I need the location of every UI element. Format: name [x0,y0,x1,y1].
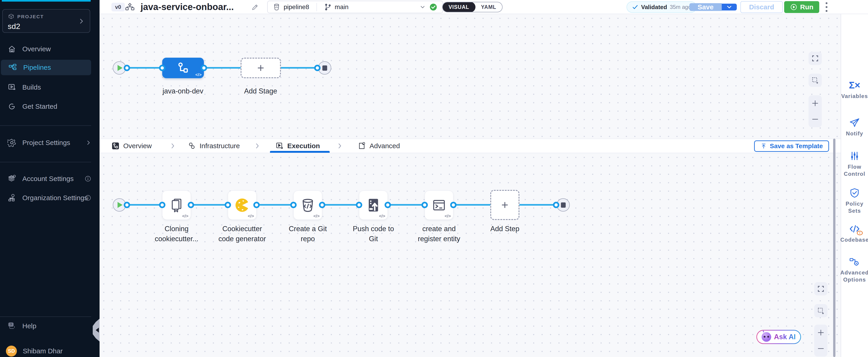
user-menu[interactable]: SD Shibam Dhar [0,343,99,357]
pipelines-icon [8,63,17,72]
info-icon[interactable] [85,195,91,201]
tab-advanced[interactable]: Advanced [358,139,400,153]
connector-port[interactable] [553,202,559,208]
step-cloning-cookiecutter[interactable]: </> [162,190,191,220]
sidebar-item-project-settings[interactable]: Project Settings [0,135,99,150]
connector-port[interactable] [188,202,194,208]
connector-port[interactable] [124,202,130,208]
sidebar-item-builds[interactable]: Builds [0,80,99,95]
connector-port[interactable] [356,202,362,208]
tab-overview[interactable]: Overview [112,139,152,153]
marquee-select-button[interactable] [809,73,822,87]
policy-shield-check-icon [849,187,860,198]
connector-port[interactable] [290,202,297,208]
step-push-code-to-git[interactable]: </> [359,190,388,220]
svg-text:?: ? [10,323,12,326]
info-icon[interactable] [85,175,91,182]
connector-port[interactable] [201,65,207,71]
toggle-visual[interactable]: VISUAL [442,2,475,12]
connector-port[interactable] [253,202,260,208]
tab-execution[interactable]: Execution [275,139,320,153]
chevron-right-icon [337,143,343,149]
connector-port[interactable] [319,202,325,208]
stage-tabbar: Overview Infrastructure Execution Advanc… [99,139,841,153]
step-label: Push code toGit [353,224,394,244]
selector-divider [316,3,317,11]
collapse-left-icon [96,328,99,333]
sidebar-item-get-started[interactable]: Get Started [0,99,99,114]
connector-port[interactable] [159,65,165,71]
more-options-kebab-icon[interactable] [821,2,832,12]
connector-port[interactable] [159,202,165,208]
step-create-git-repo[interactable]: </> [293,190,322,220]
edit-pencil-icon[interactable] [251,3,259,11]
sidebar-item-label: Help [22,322,36,330]
tab-infrastructure[interactable]: Infrastructure [188,139,240,153]
panel-item-flow-control[interactable]: Flow Control [841,150,868,177]
zoom-in-button[interactable] [814,325,828,340]
panel-item-variables[interactable]: Σ× Variables [841,80,868,100]
connector-port[interactable] [422,202,428,208]
step-create-and-register-entity[interactable]: </> [425,190,453,220]
zoom-out-button[interactable] [814,340,828,357]
connector-port[interactable] [314,65,320,71]
add-stage-button[interactable]: + [241,58,281,78]
panel-item-codebase[interactable]: ! Codebase [841,224,868,243]
advanced-options-icon [849,256,860,267]
execution-canvas[interactable]: </> Cloningcookiecutter... </> Cookiecut… [99,153,841,357]
zoom-in-button[interactable] [809,95,822,111]
save-as-template-button[interactable]: Save as Template [754,141,829,152]
panel-item-advanced-options[interactable]: Advanced Options [841,256,868,283]
step-cookiecutter-code-generator[interactable]: </> [228,190,256,220]
stage-canvas[interactable]: </> java-onb-dev + Add Stage [99,14,841,139]
project-selector[interactable]: PROJECT sd2 [2,9,90,33]
play-icon [118,65,123,71]
connector-port[interactable] [124,65,130,71]
stage-node-java-onb-dev[interactable]: </> [162,58,204,78]
ask-ai-label: Ask AI [774,333,796,341]
panel-item-notify[interactable]: Notify [841,117,868,137]
pipeline-source-selector: </> pipeline8 main [267,1,443,13]
branch-valid-check-icon [429,3,438,11]
step-label: Create a Gitrepo [289,224,327,244]
connector-port[interactable] [225,202,231,208]
execution-tab-icon [275,142,284,150]
ask-ai-button[interactable]: Ask AI [756,330,801,344]
code-tag: </> [445,214,451,219]
discard-button[interactable]: Discard [740,1,783,13]
chevron-right-icon [169,143,176,149]
terminal-icon [432,198,446,213]
save-options-caret[interactable] [722,4,737,10]
branch-name[interactable]: main [335,3,348,11]
toggle-yaml[interactable]: YAML [475,2,502,12]
sidebar-item-help[interactable]: ? Help [0,318,99,334]
sidebar-item-pipelines[interactable]: Pipelines [1,60,91,75]
zoom-out-button[interactable] [809,111,822,127]
flow-control-sliders-icon [849,150,860,161]
header: v0 java-service-onboar... </> pipeline8 … [99,0,868,14]
run-button[interactable]: Run [784,1,819,13]
repo-name[interactable]: pipeline8 [284,3,309,11]
sidebar-item-overview[interactable]: Overview [0,41,99,57]
chevron-down-icon[interactable] [420,4,426,10]
add-step-button[interactable]: + [490,190,520,220]
vertical-scrollbar[interactable] [833,139,835,357]
marquee-select-button[interactable] [814,304,828,317]
sidebar-item-account-settings[interactable]: Account Settings [0,171,99,186]
add-stage-label: Add Stage [244,86,277,96]
zoom-controls [809,95,822,127]
sidebar-item-organization-settings[interactable]: Organization Settings [0,190,99,206]
fit-to-screen-button[interactable] [809,52,822,65]
project-label: PROJECT [17,14,44,19]
home-icon [7,44,17,54]
sidebar-item-label: Pipelines [23,64,51,71]
connector-port[interactable] [450,202,457,208]
connector-port[interactable] [384,202,391,208]
fit-to-screen-button[interactable] [814,282,828,295]
save-button[interactable]: Save [689,3,722,11]
advanced-tab-icon [358,142,366,150]
panel-item-policy-sets[interactable]: Policy Sets [841,187,868,214]
push-code-icon [365,197,381,213]
step-label: create andregister entity [418,224,460,244]
sidebar-item-label: Project Settings [22,139,70,147]
